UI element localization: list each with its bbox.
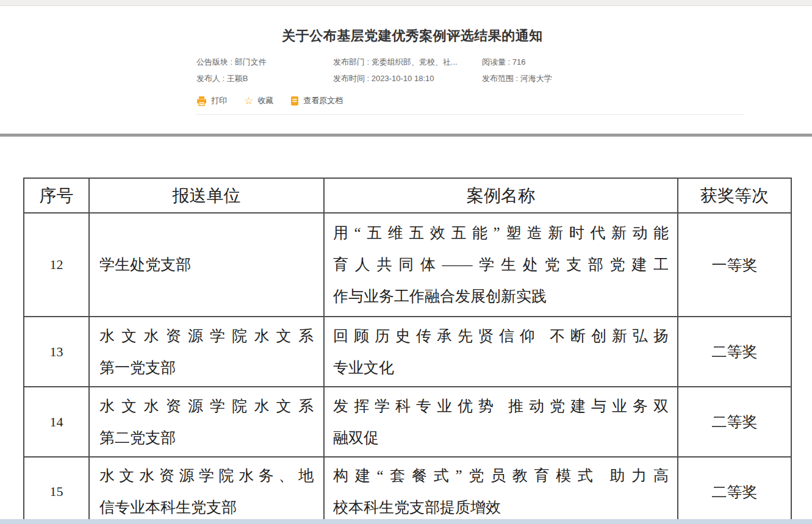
award-level: 一等奖 <box>678 213 791 317</box>
row-number: 12 <box>24 213 89 317</box>
submitting-unit: 水文水资源学院水文系第一党支部 <box>89 317 324 387</box>
submitting-unit: 水文水资源学院水文系第二党支部 <box>89 387 324 457</box>
case-name: 构建“套餐式”党员教育模式 助力高校本科生党支部提质增效 <box>324 457 678 524</box>
row-number: 13 <box>24 317 89 387</box>
favorite-label: 收藏 <box>257 95 273 106</box>
award-results-table: 序号 报送单位 案例名称 获奖等次 12 学生处党支部 用“五维五效五能”塑造新… <box>23 178 792 524</box>
row-number: 15 <box>24 457 89 524</box>
table-row: 14 水文水资源学院水文系第二党支部 发挥学科专业优势 推动党建与业务双融双促 … <box>24 387 791 457</box>
print-button[interactable]: 打印 <box>196 95 227 106</box>
meta-publish-time: 发布时间 : 2023-10-10 18:10 <box>333 70 482 87</box>
col-header-case: 案例名称 <box>324 178 678 213</box>
award-level: 二等奖 <box>678 457 791 524</box>
view-original-label: 查看原文档 <box>303 95 343 106</box>
award-level: 二等奖 <box>678 387 791 457</box>
case-name: 发挥学科专业优势 推动党建与业务双融双促 <box>324 387 678 457</box>
meta-board: 公告版块 : 部门文件 <box>196 54 333 70</box>
table-row: 13 水文水资源学院水文系第一党支部 回顾历史传承先贤信仰 不断创新弘扬专业文化… <box>24 317 791 387</box>
submitting-unit: 学生处党支部 <box>89 213 324 317</box>
col-header-no: 序号 <box>24 178 89 213</box>
metadata-grid: 公告版块 : 部门文件 发布部门 : 党委组织部、党校、社... 阅读量 : 7… <box>196 54 660 87</box>
view-original-button[interactable]: 查看原文档 <box>290 95 343 106</box>
horizontal-scrollbar[interactable] <box>0 519 812 524</box>
page-title: 关于公布基层党建优秀案例评选结果的通知 <box>196 27 628 45</box>
document-header: 关于公布基层党建优秀案例评选结果的通知 <box>196 0 628 45</box>
col-header-unit: 报送单位 <box>89 178 324 213</box>
notice-page: 关于公布基层党建优秀案例评选结果的通知 公告版块 : 部门文件 发布部门 : 党… <box>0 0 812 524</box>
row-number: 14 <box>24 387 89 457</box>
table-row: 12 学生处党支部 用“五维五效五能”塑造新时代新动能育人共同体——学生处党支部… <box>24 213 791 317</box>
submitting-unit: 水文水资源学院水务、地信专业本科生党支部 <box>89 457 324 524</box>
meta-publish-dept: 发布部门 : 党委组织部、党校、社... <box>333 54 482 70</box>
meta-publish-scope: 发布范围 : 河海大学 <box>482 70 660 87</box>
star-icon: ☆ <box>244 96 253 106</box>
meta-read-count: 阅读量 : 716 <box>482 54 660 70</box>
case-name: 用“五维五效五能”塑造新时代新动能育人共同体——学生处党支部党建工作与业务工作融… <box>324 213 678 317</box>
header-separator <box>196 114 744 115</box>
favorite-button[interactable]: ☆ 收藏 <box>244 95 273 106</box>
print-label: 打印 <box>211 95 227 106</box>
meta-publisher: 发布人 : 王颖B <box>196 70 333 87</box>
document-icon <box>290 96 299 106</box>
section-divider-bar <box>0 134 812 137</box>
case-name: 回顾历史传承先贤信仰 不断创新弘扬专业文化 <box>324 317 678 387</box>
table-row: 15 水文水资源学院水务、地信专业本科生党支部 构建“套餐式”党员教育模式 助力… <box>24 457 791 524</box>
col-header-award: 获奖等次 <box>678 178 791 213</box>
print-icon <box>196 96 207 106</box>
table-header-row: 序号 报送单位 案例名称 获奖等次 <box>24 178 791 213</box>
award-level: 二等奖 <box>678 317 791 387</box>
action-toolbar: 打印 ☆ 收藏 查看原文档 <box>196 95 343 106</box>
